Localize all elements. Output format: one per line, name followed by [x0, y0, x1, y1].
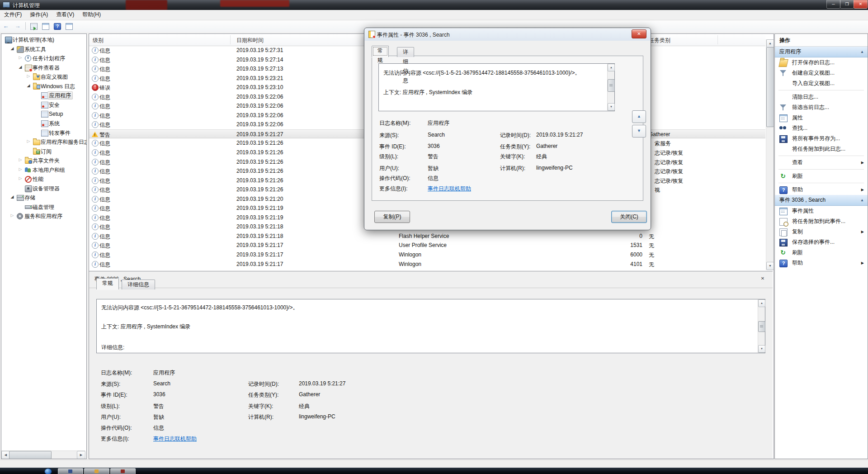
event-log-online-help-link[interactable]: 事件日志联机帮助 — [428, 185, 471, 193]
expand-arrow-icon[interactable]: ▷ — [18, 157, 23, 162]
collapse-arrow-icon[interactable]: ◢ — [18, 65, 23, 69]
action-item-打开保存的日志[interactable]: 打开保存的日志... — [775, 57, 868, 68]
menu-item-1[interactable]: 操作(A) — [26, 10, 52, 19]
scroll-thumb[interactable] — [608, 79, 615, 92]
action-item-帮助[interactable]: ?帮助▶ — [775, 258, 868, 268]
collapse-arrow-icon[interactable]: ◢ — [26, 83, 31, 88]
action-item-导入自定义视图[interactable]: 导入自定义视图... — [775, 78, 868, 89]
next-event-button[interactable]: ▼ — [632, 125, 646, 137]
taskbar-button[interactable] — [58, 468, 83, 474]
scroll-down-arrow[interactable]: ▼ — [608, 103, 615, 111]
column-header-任务类别[interactable]: 任务类别 — [649, 37, 670, 44]
tab-general[interactable]: 常规 — [96, 278, 119, 289]
scroll-up-arrow[interactable]: ▲ — [766, 39, 774, 47]
help-icon[interactable]: ? — [52, 22, 61, 31]
expand-arrow-icon[interactable]: ▷ — [26, 139, 31, 143]
tab-details[interactable]: 详细信息 — [122, 280, 155, 289]
action-item-查看[interactable]: 查看▶ — [775, 157, 868, 168]
description-scrollbar[interactable]: ▲ ▼ — [758, 299, 765, 353]
sidebar-item-Setup[interactable]: Setup — [1, 109, 86, 118]
menu-item-2[interactable]: 查看(V) — [52, 10, 78, 19]
scroll-right-arrow[interactable]: ▶ — [77, 451, 85, 459]
action-item-清除日志[interactable]: 清除日志... — [775, 92, 868, 102]
event-row[interactable]: i信息2019.03.19 5:21:17User Profile Servic… — [89, 241, 765, 250]
action-item-刷新[interactable]: ↻刷新 — [775, 171, 868, 181]
sidebar-item-本地用户和组[interactable]: ▷本地用户和组 — [1, 166, 86, 175]
sidebar-item-磁盘管理[interactable]: 磁盘管理 — [1, 203, 86, 212]
dialog-close-button[interactable]: ✕ — [632, 29, 646, 38]
action-item-帮助[interactable]: ?帮助▶ — [775, 185, 868, 195]
action-item-复制[interactable]: 复制▶ — [775, 227, 868, 237]
tree-horizontal-scrollbar[interactable]: ◀ ▶ — [1, 450, 85, 459]
sidebar-item-系统[interactable]: 系统 — [1, 119, 86, 128]
action-section-header[interactable]: 事件 3036 , Search▲ — [775, 195, 868, 206]
collapse-section-icon[interactable]: ▲ — [860, 195, 864, 205]
maximize-button[interactable]: ❐ — [840, 0, 854, 9]
scroll-up-arrow[interactable]: ▲ — [758, 299, 765, 307]
column-separator[interactable] — [717, 35, 718, 44]
sidebar-item-任务计划程序[interactable]: ▷任务计划程序 — [1, 54, 86, 63]
action-item-查找[interactable]: 查找... — [775, 123, 868, 133]
menu-item-0[interactable]: 文件(F) — [0, 10, 26, 19]
action-item-保存选择的事件[interactable]: 保存选择的事件... — [775, 237, 868, 247]
event-row[interactable]: i信息2019.03.19 5:21:17Winlogon4101无 — [89, 260, 765, 269]
sidebar-item-性能[interactable]: ▷性能 — [1, 175, 86, 184]
menu-item-3[interactable]: 帮助(H) — [78, 10, 105, 19]
event-row[interactable]: i信息2019.03.19 5:21:18Flash Helper Servic… — [89, 232, 765, 241]
sidebar-item-应用程序[interactable]: 应用程序 — [1, 91, 86, 100]
back-icon[interactable]: ← — [1, 22, 10, 31]
event-log-online-help-link[interactable]: 事件日志联机帮助 — [153, 435, 197, 443]
sidebar-item-安全[interactable]: 安全 — [1, 100, 86, 109]
sidebar-item-应用程序和服务日志[interactable]: ▷应用程序和服务日志 — [1, 137, 86, 147]
action-section-header[interactable]: 应用程序▲ — [775, 47, 868, 57]
description-scrollbar[interactable]: ▲ ▼ — [607, 64, 614, 111]
collapse-arrow-icon[interactable]: ◢ — [9, 46, 15, 51]
taskbar-button[interactable] — [84, 468, 109, 474]
sidebar-item-Windows 日志[interactable]: ◢Windows 日志 — [1, 82, 86, 91]
taskbar-button[interactable] — [110, 468, 136, 474]
sidebar-item-自定义视图[interactable]: ▷自定义视图 — [1, 72, 86, 81]
action-item-将任务附加到此事件[interactable]: 将任务附加到此事件... — [775, 216, 868, 227]
scroll-up-arrow[interactable]: ▲ — [608, 64, 615, 71]
expand-arrow-icon[interactable]: ▷ — [18, 55, 23, 60]
sidebar-item-系统工具[interactable]: ◢系统工具 — [1, 45, 86, 54]
expand-arrow-icon[interactable]: ▷ — [9, 213, 15, 218]
sidebar-item-服务和应用程序[interactable]: ▷服务和应用程序 — [1, 212, 86, 221]
expand-arrow-icon[interactable]: ▷ — [26, 74, 31, 78]
collapse-section-icon[interactable]: ▲ — [860, 47, 864, 57]
action-item-刷新[interactable]: ↻刷新 — [775, 247, 868, 258]
action-icon[interactable] — [64, 22, 73, 31]
previous-event-button[interactable]: ▲ — [632, 110, 646, 123]
sidebar-item-订阅[interactable]: 订阅 — [1, 147, 86, 156]
action-item-筛选当前日志[interactable]: 筛选当前日志... — [775, 102, 868, 113]
action-item-属性[interactable]: 属性 — [775, 113, 868, 123]
forward-icon[interactable]: → — [13, 22, 22, 31]
minimize-button[interactable]: ─ — [826, 0, 840, 9]
scroll-thumb[interactable] — [9, 451, 52, 459]
close-dialog-button[interactable]: 关闭(C) — [611, 211, 647, 223]
scroll-thumb[interactable] — [766, 47, 774, 127]
sidebar-item-计算机管理(本地)[interactable]: 计算机管理(本地) — [1, 35, 86, 44]
sidebar-item-事件查看器[interactable]: ◢事件查看器 — [1, 63, 86, 72]
tab-details[interactable]: 详细信息 — [397, 47, 414, 57]
column-header-级别[interactable]: 级别 — [93, 37, 104, 44]
list-vertical-scrollbar[interactable]: ▲ ▼ — [766, 39, 774, 270]
action-item-将所有事件另存为[interactable]: 将所有事件另存为... — [775, 133, 868, 144]
sidebar-item-共享文件夹[interactable]: ▷共享文件夹 — [1, 156, 86, 165]
close-button[interactable]: ✕ — [854, 0, 868, 9]
action-item-将任务附加到此日志[interactable]: 将任务附加到此日志... — [775, 144, 868, 154]
export-icon[interactable] — [29, 22, 38, 31]
scroll-down-arrow[interactable]: ▼ — [758, 345, 765, 353]
sidebar-item-存储[interactable]: ◢存储 — [1, 193, 86, 202]
column-header-日期和时间[interactable]: 日期和时间 — [236, 37, 264, 44]
event-row[interactable]: i信息2019.03.19 5:21:17Winlogon6000无 — [89, 250, 765, 260]
scroll-thumb[interactable] — [758, 321, 765, 332]
sidebar-item-设备管理器[interactable]: 设备管理器 — [1, 184, 86, 193]
preview-close-icon[interactable]: ✕ — [759, 275, 766, 282]
tab-general[interactable]: 常规 — [372, 46, 389, 57]
sidebar-item-转发事件[interactable]: 转发事件 — [1, 128, 86, 137]
action-item-创建自定义视图[interactable]: 创建自定义视图... — [775, 68, 868, 78]
action-item-事件属性[interactable]: 事件属性 — [775, 206, 868, 216]
console-icon[interactable] — [41, 22, 50, 31]
collapse-arrow-icon[interactable]: ◢ — [9, 194, 15, 199]
